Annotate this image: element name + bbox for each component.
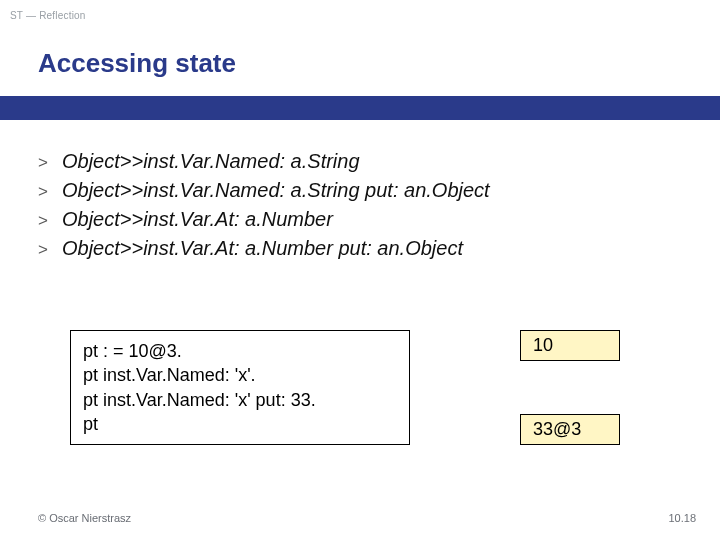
code-line: pt : = 10@3. [83, 339, 397, 363]
example-area: pt : = 10@3. pt inst.Var.Named: 'x'. pt … [70, 330, 682, 445]
bullet-text: Object>>inst.Var.At: a.Number [62, 208, 333, 231]
spacer [520, 371, 620, 405]
bullet-text: Object>>inst.Var.Named: a.String put: an… [62, 179, 490, 202]
code-line: pt inst.Var.Named: 'x'. [83, 363, 397, 387]
list-item: > Object>>inst.Var.Named: a.String [38, 150, 682, 173]
result-box: 10 [520, 330, 620, 361]
bullet-marker: > [38, 182, 62, 202]
list-item: > Object>>inst.Var.At: a.Number [38, 208, 682, 231]
list-item: > Object>>inst.Var.Named: a.String put: … [38, 179, 682, 202]
bullet-text: Object>>inst.Var.Named: a.String [62, 150, 360, 173]
list-item: > Object>>inst.Var.At: a.Number put: an.… [38, 237, 682, 260]
breadcrumb: ST — Reflection [10, 10, 86, 21]
result-box: 33@3 [520, 414, 620, 445]
code-box: pt : = 10@3. pt inst.Var.Named: 'x'. pt … [70, 330, 410, 445]
bullet-marker: > [38, 240, 62, 260]
code-line: pt [83, 412, 397, 436]
bullet-text: Object>>inst.Var.At: a.Number put: an.Ob… [62, 237, 463, 260]
bullet-marker: > [38, 153, 62, 173]
title-band [0, 96, 720, 120]
bullet-list: > Object>>inst.Var.Named: a.String > Obj… [38, 150, 682, 266]
page-title: Accessing state [38, 48, 236, 79]
slide: ST — Reflection Accessing state > Object… [0, 0, 720, 540]
copyright: © Oscar Nierstrasz [38, 512, 131, 524]
results-column: 10 33@3 [520, 330, 620, 445]
page-number: 10.18 [668, 512, 696, 524]
bullet-marker: > [38, 211, 62, 231]
code-line: pt inst.Var.Named: 'x' put: 33. [83, 388, 397, 412]
